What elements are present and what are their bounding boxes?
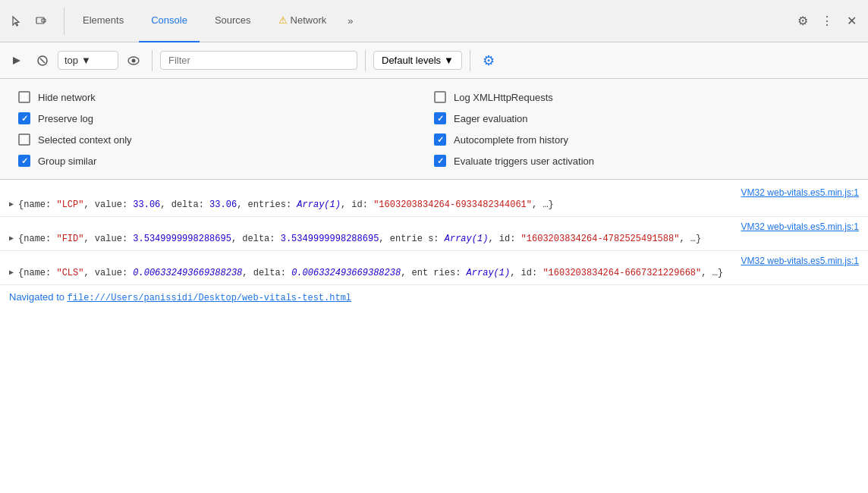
log-content-fid: ▶ {name: "FID", value: 3.534999999828869… — [6, 232, 868, 246]
cb-selected-context[interactable] — [18, 133, 30, 146]
checkbox-group-similar[interactable]: Group similar — [18, 150, 434, 171]
context-selector[interactable]: top ▼ — [58, 51, 118, 70]
settings-left: Hide network Preserve log Selected conte… — [18, 86, 434, 171]
tab-elements[interactable]: Elements — [71, 0, 136, 42]
tab-divider — [64, 8, 64, 35]
toolbar-divider — [152, 50, 153, 71]
cursor-icon[interactable] — [6, 11, 27, 32]
log-entry-cls: VM32 web-vitals.es5.min.js:1 ▶ {name: "C… — [0, 251, 868, 285]
checkbox-eager-eval[interactable]: Eager evaluation — [434, 108, 850, 129]
toolbar-divider2 — [365, 50, 366, 71]
toolbar-divider3 — [470, 50, 470, 71]
toolbar: top ▼ Default levels ▼ ⚙ — [0, 42, 868, 79]
log-content-lcp: ▶ {name: "LCP", value: 33.06, delta: 33.… — [6, 198, 868, 212]
expand-arrow-cls[interactable]: ▶ — [9, 267, 14, 278]
svg-point-6 — [132, 58, 136, 62]
cb-preserve-log[interactable] — [18, 112, 30, 124]
warning-icon: ⚠ — [278, 14, 288, 26]
tab-bar: Elements Console Sources ⚠ Network » ⚙ ⋮… — [0, 0, 868, 42]
svg-rect-0 — [36, 17, 44, 24]
tab-console[interactable]: Console — [139, 0, 200, 42]
default-levels-button[interactable]: Default levels ▼ — [373, 51, 462, 70]
tab-sources[interactable]: Sources — [203, 0, 263, 42]
checkbox-preserve-log[interactable]: Preserve log — [18, 108, 434, 129]
log-content-cls: ▶ {name: "CLS", value: 0.006332493669388… — [6, 266, 868, 280]
log-text-fid: {name: "FID", value: 3.5349999998288695,… — [18, 232, 868, 246]
navigated-line: Navigated to file:///Users/panissidi/Des… — [0, 285, 868, 309]
filter-input[interactable] — [160, 51, 357, 70]
settings-right: Log XMLHttpRequests Eager evaluation Aut… — [434, 86, 850, 171]
main-container: top ▼ Default levels ▼ ⚙ Hide network — [0, 42, 868, 493]
settings-gear-icon[interactable]: ⚙ — [478, 50, 499, 71]
expand-arrow-lcp[interactable]: ▶ — [9, 199, 14, 210]
close-icon[interactable]: ✕ — [841, 11, 862, 32]
device-icon[interactable] — [30, 11, 52, 32]
cb-evaluate-triggers[interactable] — [434, 155, 446, 167]
checkbox-hide-network[interactable]: Hide network — [18, 86, 434, 108]
tab-network[interactable]: ⚠ Network — [266, 0, 339, 42]
cb-group-similar[interactable] — [18, 155, 30, 167]
tab-right-icons: ⚙ ⋮ ✕ — [792, 11, 862, 32]
more-options-icon[interactable]: ⋮ — [816, 11, 838, 32]
navigated-label: Navigated to — [9, 291, 68, 303]
expand-arrow-fid[interactable]: ▶ — [9, 233, 14, 244]
cb-eager-eval[interactable] — [434, 112, 446, 124]
svg-marker-2 — [13, 57, 20, 64]
eye-icon[interactable] — [123, 50, 144, 71]
log-source-fid[interactable]: VM32 web-vitals.es5.min.js:1 — [741, 221, 868, 232]
navigated-url[interactable]: file:///Users/panissidi/Desktop/web-vita… — [68, 293, 351, 303]
console-output[interactable]: VM32 web-vitals.es5.min.js:1 ▶ {name: "L… — [0, 180, 868, 493]
checkbox-selected-context[interactable]: Selected context only — [18, 129, 434, 150]
play-icon[interactable] — [6, 50, 27, 71]
tab-bar-icons — [6, 11, 52, 32]
svg-line-4 — [40, 58, 45, 63]
log-source-lcp[interactable]: VM32 web-vitals.es5.min.js:1 — [741, 187, 868, 198]
checkbox-autocomplete[interactable]: Autocomplete from history — [434, 129, 850, 150]
checkbox-log-xhr[interactable]: Log XMLHttpRequests — [434, 86, 850, 108]
cb-hide-network[interactable] — [18, 91, 30, 103]
log-source-cls[interactable]: VM32 web-vitals.es5.min.js:1 — [741, 256, 868, 266]
tab-more[interactable]: » — [341, 0, 359, 42]
log-entry-lcp: VM32 web-vitals.es5.min.js:1 ▶ {name: "L… — [0, 183, 868, 217]
settings-panel: Hide network Preserve log Selected conte… — [0, 79, 868, 180]
cb-log-xhr[interactable] — [434, 91, 446, 103]
cb-autocomplete[interactable] — [434, 133, 446, 146]
stop-icon[interactable] — [32, 50, 53, 71]
settings-icon[interactable]: ⚙ — [792, 11, 813, 32]
log-text-lcp: {name: "LCP", value: 33.06, delta: 33.06… — [18, 198, 868, 212]
checkbox-evaluate-triggers[interactable]: Evaluate triggers user activation — [434, 150, 850, 171]
log-text-cls: {name: "CLS", value: 0.00633249366938823… — [18, 266, 868, 280]
log-entry-fid: VM32 web-vitals.es5.min.js:1 ▶ {name: "F… — [0, 217, 868, 251]
